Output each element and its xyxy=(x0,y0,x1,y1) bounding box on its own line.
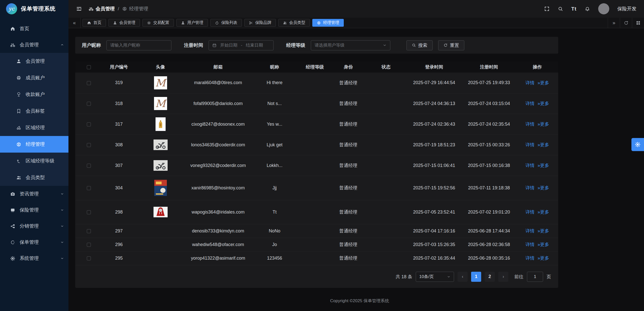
tab-7[interactable]: 经理管理 xyxy=(312,19,344,27)
sidebar-item-6[interactable]: 区域经理 xyxy=(0,119,68,136)
breadcrumb-member-management[interactable]: 会员管理 xyxy=(89,6,115,12)
manager-level-select[interactable]: 请选择用户等级 xyxy=(311,40,390,50)
tab-3[interactable]: 用户管理 xyxy=(176,19,208,27)
cell-login-time: 2025-07-24 04:36:13 xyxy=(407,93,462,114)
sidebar-item-14[interactable]: 系统管理 xyxy=(0,250,68,266)
tab-label: 经理管理 xyxy=(323,20,339,25)
register-date-range-picker[interactable]: 开始日期 - 结束日期 xyxy=(209,40,274,50)
detail-link[interactable]: 详情 xyxy=(525,100,535,107)
sidebar-item-label: 系统管理 xyxy=(20,255,39,262)
username[interactable]: 保险开发 xyxy=(617,6,636,12)
detail-link[interactable]: 详情 xyxy=(525,80,535,86)
detail-link[interactable]: 详情 xyxy=(525,121,535,127)
sidebar-item-3[interactable]: 成员账户 xyxy=(0,70,68,86)
user-avatar[interactable] xyxy=(598,3,609,14)
more-link[interactable]: »更多 xyxy=(538,142,549,148)
app-title: 保单管理系统 xyxy=(21,5,56,13)
collapse-sidebar-icon[interactable] xyxy=(76,6,82,12)
search-icon[interactable] xyxy=(558,6,563,12)
page-button-2[interactable]: 2 xyxy=(485,272,495,282)
sidebar-item-10[interactable]: 资讯管理 xyxy=(0,186,68,202)
nickname-input[interactable] xyxy=(106,40,171,50)
row-checkbox[interactable] xyxy=(87,243,91,247)
more-link[interactable]: »更多 xyxy=(538,255,549,261)
sidebar-item-11[interactable]: 保险管理 xyxy=(0,202,68,218)
page-size-select[interactable]: 10条/页 xyxy=(416,272,454,282)
detail-link[interactable]: 详情 xyxy=(525,241,535,248)
tab-6[interactable]: 会员类型 xyxy=(278,19,310,27)
tabs-scroll-left-button[interactable]: « xyxy=(68,18,81,28)
sidebar-item-label: 会员管理 xyxy=(20,42,39,48)
theme-settings-button[interactable] xyxy=(631,138,644,151)
cell-select xyxy=(75,134,102,155)
prev-page-button[interactable]: ‹ xyxy=(458,272,468,282)
row-checkbox[interactable] xyxy=(87,229,91,233)
sidebar-item-5[interactable]: 会员标签 xyxy=(0,103,68,119)
more-link[interactable]: »更多 xyxy=(538,80,549,86)
sidebar-item-2[interactable]: 会员管理 xyxy=(0,53,68,70)
sidebar-item-0[interactable]: 首页 xyxy=(0,21,68,37)
tab-4[interactable]: 保险列表 xyxy=(210,19,242,27)
sidebar-item-8[interactable]: 区域经理等级 xyxy=(0,153,68,169)
detail-link[interactable]: 详情 xyxy=(525,162,535,168)
detail-link[interactable]: 详情 xyxy=(525,209,535,215)
tab-2[interactable]: 交易配置 xyxy=(142,19,174,27)
more-link[interactable]: »更多 xyxy=(538,185,549,191)
sidebar-item-12[interactable]: 分销管理 xyxy=(0,218,68,234)
cell-select xyxy=(75,224,102,238)
more-link[interactable]: »更多 xyxy=(538,228,549,234)
next-page-button[interactable]: › xyxy=(498,272,508,282)
grid-layout-icon[interactable] xyxy=(632,18,644,28)
refresh-icon[interactable] xyxy=(620,18,632,28)
chevron-down-icon xyxy=(60,224,64,228)
detail-link[interactable]: 详情 xyxy=(525,142,535,148)
row-checkbox[interactable] xyxy=(87,210,91,214)
bicycle-icon xyxy=(89,6,94,11)
sidebar-item-4[interactable]: 收款账户 xyxy=(0,86,68,103)
sidebar-item-9[interactable]: 会员类型 xyxy=(0,169,68,186)
detail-link[interactable]: 详情 xyxy=(525,255,535,261)
sidebar-item-13[interactable]: 保单管理 xyxy=(0,234,68,250)
goto-page-input[interactable] xyxy=(527,272,543,282)
tab-1[interactable]: 会员管理 xyxy=(108,19,140,27)
more-link[interactable]: »更多 xyxy=(538,100,549,107)
tab-0[interactable]: 首页 xyxy=(83,19,106,27)
row-checkbox[interactable] xyxy=(87,81,91,85)
cell-nickname: Not s... xyxy=(251,93,298,114)
cell-avatar xyxy=(135,200,185,224)
more-link[interactable]: »更多 xyxy=(538,162,549,168)
row-checkbox[interactable] xyxy=(87,256,91,260)
more-link[interactable]: »更多 xyxy=(538,209,549,215)
cell-register-time: 2025-07-15 00:33:26 xyxy=(462,134,516,155)
sidebar-item-label: 成员账户 xyxy=(26,75,45,81)
detail-link[interactable]: 详情 xyxy=(525,185,535,191)
search-button[interactable]: 搜索 xyxy=(406,40,433,50)
users-icon xyxy=(283,21,287,25)
row-checkbox[interactable] xyxy=(87,102,91,106)
scissors-icon xyxy=(249,21,253,25)
row-checkbox[interactable] xyxy=(87,164,91,168)
font-size-icon[interactable]: Tt xyxy=(571,6,577,12)
cell-avatar xyxy=(135,238,185,251)
cell-identity: 普通经理 xyxy=(331,224,365,238)
sidebar-item-label: 会员标签 xyxy=(26,108,45,114)
sidebar-item-label: 分销管理 xyxy=(20,223,39,229)
tabs-scroll-right-button[interactable]: » xyxy=(608,18,620,28)
row-checkbox[interactable] xyxy=(87,186,91,190)
select-all-checkbox[interactable] xyxy=(87,65,91,69)
sidebar-item-7[interactable]: 经理管理 xyxy=(0,136,68,153)
more-link[interactable]: »更多 xyxy=(538,121,549,127)
bell-icon[interactable] xyxy=(585,6,590,12)
sidebar-item-1[interactable]: 会员管理 xyxy=(0,37,68,53)
user-icon xyxy=(181,21,185,25)
row-checkbox[interactable] xyxy=(87,143,91,147)
fullscreen-icon[interactable] xyxy=(544,6,550,12)
detail-link[interactable]: 详情 xyxy=(525,228,535,234)
reset-button[interactable]: 重置 xyxy=(438,40,464,50)
row-checkbox[interactable] xyxy=(87,122,91,126)
goto-label: 前往 xyxy=(514,274,523,280)
more-link[interactable]: »更多 xyxy=(538,241,549,248)
page-button-1[interactable]: 1 xyxy=(471,272,481,282)
tab-5[interactable]: 保险品牌 xyxy=(244,19,276,27)
table-row: 318Mfofal99005@dariolo.comNot s...普通经理20… xyxy=(75,93,558,114)
